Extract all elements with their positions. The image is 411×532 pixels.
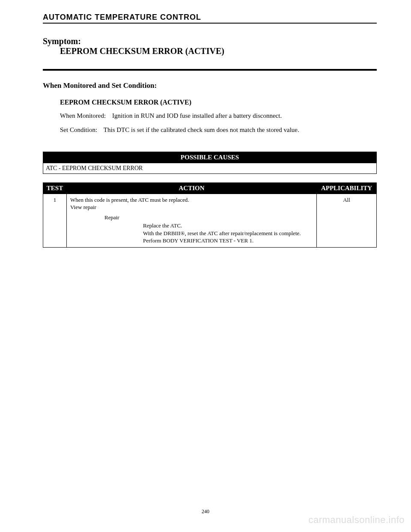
repair-step1: Replace the ATC. <box>143 222 313 230</box>
condition-heading: When Monitored and Set Condition: <box>43 81 377 90</box>
section-title: AUTOMATIC TEMPERATURE CONTROL <box>43 13 377 22</box>
when-monitored-text: When Monitored: Ignition in RUN and IOD … <box>60 111 377 120</box>
action-line2: View repair <box>70 204 313 211</box>
action-line1: When this code is present, the ATC must … <box>70 197 313 203</box>
repair-step3: Perform BODY VERIFICATION TEST - VER 1. <box>143 237 313 245</box>
set-condition-text: Set Condition: This DTC is set if the ca… <box>60 126 377 134</box>
applicability-cell: All <box>317 194 377 248</box>
possible-causes-table: POSSIBLE CAUSES ATC - EEPROM CHECKSUM ER… <box>43 152 377 174</box>
causes-item: ATC - EEPROM CHECKSUM ERROR <box>43 163 377 174</box>
condition-subheading: EEPROM CHECKSUM ERROR (ACTIVE) <box>60 99 377 106</box>
watermark: carmanualsonline.info <box>308 514 405 526</box>
test-action-table: TEST ACTION APPLICABILITY 1 When this co… <box>43 182 377 248</box>
repair-label: Repair <box>104 214 313 221</box>
table-row: 1 When this code is present, the ATC mus… <box>43 194 377 248</box>
header-divider <box>43 23 377 24</box>
repair-step2: With the DRBIII®, reset the ATC after re… <box>143 230 313 237</box>
test-number-cell: 1 <box>43 194 67 248</box>
symptom-name: EEPROM CHECKSUM ERROR (ACTIVE) <box>60 46 377 56</box>
page-number: 240 <box>0 508 411 515</box>
test-header-action: ACTION <box>67 183 317 194</box>
causes-header-cell: POSSIBLE CAUSES <box>43 152 377 163</box>
test-header-applicability: APPLICABILITY <box>317 183 377 194</box>
test-header-test: TEST <box>43 183 67 194</box>
symptom-label: Symptom: <box>43 36 377 46</box>
action-cell: When this code is present, the ATC must … <box>67 194 317 248</box>
section-divider <box>43 69 377 71</box>
